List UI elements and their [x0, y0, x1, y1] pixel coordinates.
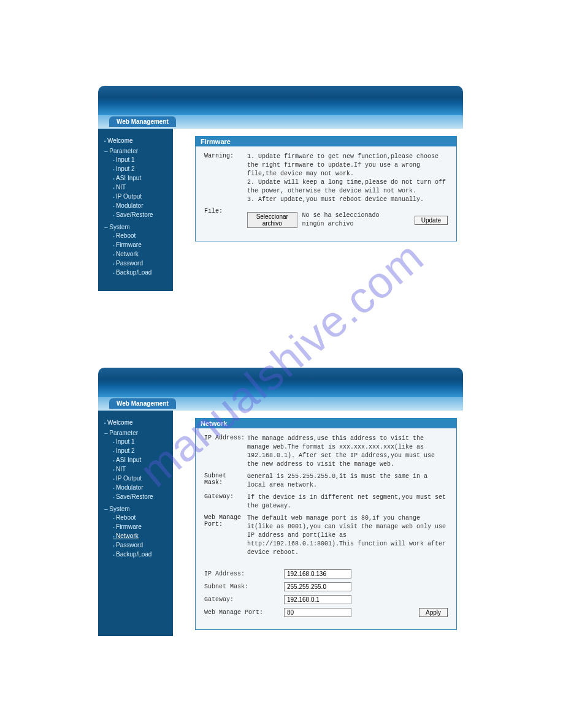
desc-gateway-text: If the device is in different net segmen…	[247, 493, 448, 510]
sidebar-item-welcome[interactable]: Welcome	[104, 419, 168, 426]
file-label: File:	[204, 208, 247, 229]
web-port-input[interactable]	[284, 608, 351, 617]
gateway-label: Gateway:	[204, 596, 284, 603]
sidebar-item-input1[interactable]: Input 1	[113, 156, 168, 165]
sidebar-item-nit[interactable]: NIT	[113, 465, 168, 474]
update-button[interactable]: Update	[415, 216, 448, 225]
sidebar-group-parameter: Parameter	[104, 148, 168, 154]
desc-port-label: Web Manage Port:	[204, 514, 247, 557]
sidebar-item-asi-input[interactable]: ASI Input	[113, 456, 168, 465]
web-port-label: Web Manage Port:	[204, 609, 284, 616]
warning-label: Warning:	[204, 153, 247, 204]
warning-text: 1. Update firmware to get new function,p…	[247, 153, 448, 204]
tab-bar: Web Management	[98, 115, 463, 129]
sidebar-item-input2[interactable]: Input 2	[113, 165, 168, 174]
sidebar-item-modulator[interactable]: Modulator	[113, 483, 168, 493]
sidebar-item-ip-output[interactable]: IP Output	[113, 192, 168, 202]
sidebar-group-system: System	[104, 224, 168, 230]
sidebar-item-ip-output[interactable]: IP Output	[113, 474, 168, 483]
tab-web-management[interactable]: Web Management	[109, 398, 176, 409]
sidebar-item-backup-load[interactable]: Backup/Load	[113, 550, 168, 559]
sidebar-group-system: System	[104, 506, 168, 512]
screenshot-firmware: Web Management Welcome Parameter Input 1…	[98, 86, 463, 264]
sidebar-item-firmware[interactable]: Firmware	[113, 241, 168, 250]
sidebar-item-firmware[interactable]: Firmware	[113, 523, 168, 532]
sidebar-item-welcome[interactable]: Welcome	[104, 137, 168, 144]
desc-ip-label: IP Address:	[204, 434, 247, 469]
sidebar-item-network[interactable]: Network	[113, 532, 168, 541]
screenshot-network: Web Management Welcome Parameter Input 1…	[98, 368, 463, 607]
apply-button[interactable]: Apply	[419, 608, 448, 617]
firmware-card: Firmware Warning: 1. Update firmware to …	[195, 136, 457, 241]
sidebar-item-modulator[interactable]: Modulator	[113, 202, 168, 211]
ip-address-input[interactable]	[284, 569, 351, 578]
header-banner	[98, 86, 463, 115]
desc-port-text: The default web manage port is 80,if you…	[247, 514, 448, 557]
network-card: Network IP Address:The manage address,us…	[195, 418, 457, 630]
sidebar-item-backup-load[interactable]: Backup/Load	[113, 268, 168, 278]
sidebar-item-input2[interactable]: Input 2	[113, 447, 168, 456]
sidebar-item-password[interactable]: Password	[113, 541, 168, 550]
subnet-mask-label: Subnet Mask:	[204, 583, 284, 590]
sidebar-item-password[interactable]: Password	[113, 259, 168, 268]
desc-gateway-label: Gateway:	[204, 493, 247, 510]
sidebar-item-nit[interactable]: NIT	[113, 183, 168, 192]
card-title: Network	[196, 419, 456, 428]
sidebar-item-asi-input[interactable]: ASI Input	[113, 174, 168, 183]
sidebar-item-reboot[interactable]: Reboot	[113, 514, 168, 523]
gateway-input[interactable]	[284, 595, 351, 604]
card-title: Firmware	[196, 137, 456, 146]
subnet-mask-input[interactable]	[284, 582, 351, 591]
tab-web-management[interactable]: Web Management	[109, 116, 176, 127]
tab-bar: Web Management	[98, 397, 463, 411]
desc-subnet-text: General is 255.255.255.0,it is must the …	[247, 472, 448, 490]
sidebar-item-save-restore[interactable]: Save/Restore	[113, 493, 168, 502]
desc-subnet-label: Subnet Mask:	[204, 472, 247, 490]
desc-ip-text: The manage address,use this address to v…	[247, 434, 448, 469]
file-status-text: No se ha seleccionado ningún archivo	[302, 211, 405, 229]
sidebar-item-network[interactable]: Network	[113, 250, 168, 259]
sidebar-group-parameter: Parameter	[104, 430, 168, 436]
sidebar: Welcome Parameter Input 1 Input 2 ASI In…	[98, 411, 173, 636]
sidebar-item-input1[interactable]: Input 1	[113, 438, 168, 447]
sidebar-item-reboot[interactable]: Reboot	[113, 232, 168, 241]
sidebar: Welcome Parameter Input 1 Input 2 ASI In…	[98, 129, 173, 291]
header-banner	[98, 368, 463, 397]
ip-address-label: IP Address:	[204, 571, 284, 577]
choose-file-button[interactable]: Seleccionar archivo	[247, 212, 297, 228]
sidebar-item-save-restore[interactable]: Save/Restore	[113, 211, 168, 220]
